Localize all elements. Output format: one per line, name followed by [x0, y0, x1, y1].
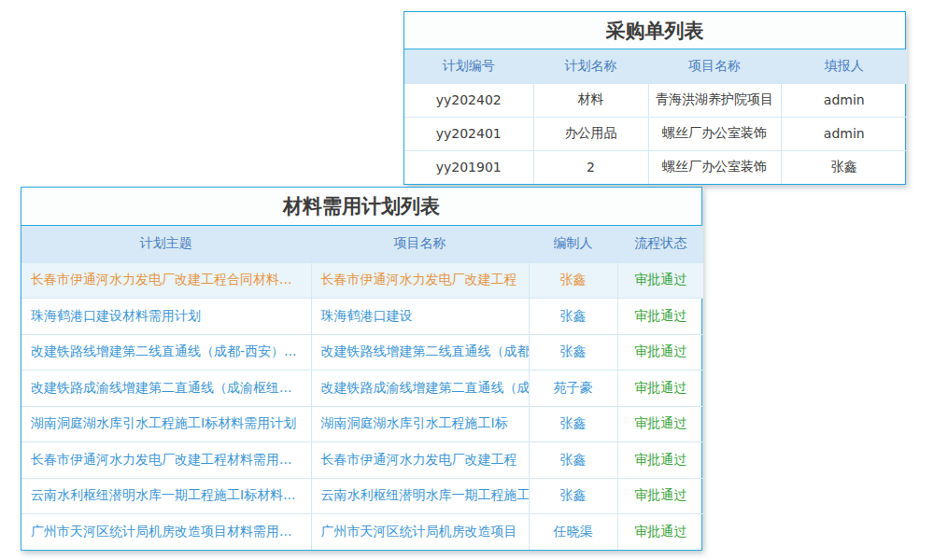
material-table-row[interactable]: 云南水利枢纽潜明水库一期工程施工I标材料...云南水利枢纽潜明水库一期工程施工I…: [21, 478, 703, 514]
compiler-name: 苑子豪: [529, 371, 617, 407]
purchase-table-cell: 张鑫: [781, 150, 907, 184]
status-label: 审批通过: [617, 478, 703, 514]
material-column-header: 流程状态: [617, 226, 703, 262]
project-name-link[interactable]: 湖南洞庭湖水库引水工程施工I标: [311, 406, 529, 442]
project-name-link[interactable]: 珠海鹤港口建设: [311, 299, 529, 335]
purchase-table-row[interactable]: yy202401办公用品螺丝厂办公室装饰admin: [404, 117, 907, 150]
compiler-name: 张鑫: [529, 299, 617, 335]
project-name-link[interactable]: 长春市伊通河水力发电厂改建工程: [311, 442, 529, 479]
compiler-name: 张鑫: [529, 442, 617, 479]
compiler-name: 任晓渠: [529, 514, 617, 551]
purchase-table-cell: yy201901: [404, 150, 533, 184]
compiler-name: 张鑫: [529, 334, 617, 371]
material-column-header: 编制人: [529, 226, 617, 262]
material-header-row: 计划主题项目名称编制人流程状态: [21, 226, 703, 262]
purchase-table-cell: admin: [781, 117, 907, 150]
compiler-name: 张鑫: [529, 478, 617, 514]
material-table-row[interactable]: 广州市天河区统计局机房改造项目材料需用...广州市天河区统计局机房改造项目任晓渠…: [21, 514, 703, 551]
purchase-column-header: 项目名称: [648, 49, 781, 83]
material-column-header: 计划主题: [21, 226, 311, 262]
material-plan-list-panel: 材料需用计划列表 计划主题项目名称编制人流程状态 长春市伊通河水力发电厂改建工程…: [21, 187, 702, 551]
purchase-table-cell: 2: [533, 150, 648, 184]
plan-subject-link[interactable]: 改建铁路成渝线增建第二直通线（成渝枢纽...: [21, 371, 311, 407]
purchase-table-cell: yy202401: [404, 117, 533, 150]
plan-subject-link[interactable]: 云南水利枢纽潜明水库一期工程施工I标材料...: [21, 478, 311, 514]
purchase-table-cell: admin: [781, 83, 907, 117]
material-table-row[interactable]: 长春市伊通河水力发电厂改建工程材料需用...长春市伊通河水力发电厂改建工程张鑫审…: [21, 442, 703, 479]
purchase-table-row[interactable]: yy202402材料青海洪湖养护院项目admin: [404, 83, 907, 117]
plan-subject-link[interactable]: 广州市天河区统计局机房改造项目材料需用...: [21, 514, 311, 551]
purchase-column-header: 计划名称: [533, 49, 648, 83]
material-column-header: 项目名称: [311, 226, 529, 262]
status-label: 审批通过: [617, 442, 703, 479]
material-table-row[interactable]: 改建铁路线增建第二线直通线（成都-西安）...改建铁路线增建第二线直通线（成都-…: [21, 334, 703, 371]
purchase-table-row[interactable]: yy2019012螺丝厂办公室装饰张鑫: [404, 150, 907, 184]
purchase-column-header: 填报人: [781, 49, 907, 83]
purchase-table-cell: 青海洪湖养护院项目: [648, 83, 781, 117]
status-label: 审批通过: [617, 371, 703, 407]
plan-subject-link[interactable]: 湖南洞庭湖水库引水工程施工I标材料需用计划: [21, 406, 311, 442]
purchase-header-row: 计划编号计划名称项目名称填报人: [404, 49, 907, 83]
material-table-body: 长春市伊通河水力发电厂改建工程合同材料...长春市伊通河水力发电厂改建工程张鑫审…: [21, 262, 703, 550]
status-label: 审批通过: [617, 514, 703, 551]
purchase-order-list-panel: 采购单列表 计划编号计划名称项目名称填报人 yy202402材料青海洪湖养护院项…: [403, 11, 906, 185]
purchase-list-title: 采购单列表: [404, 12, 905, 49]
purchase-table-cell: 螺丝厂办公室装饰: [648, 150, 781, 184]
material-plan-table: 计划主题项目名称编制人流程状态 长春市伊通河水力发电厂改建工程合同材料...长春…: [21, 226, 703, 550]
status-label: 审批通过: [617, 406, 703, 442]
plan-subject-link[interactable]: 珠海鹤港口建设材料需用计划: [21, 299, 311, 335]
plan-subject-link[interactable]: 长春市伊通河水力发电厂改建工程合同材料...: [21, 262, 311, 299]
status-label: 审批通过: [617, 299, 703, 335]
purchase-table-body: yy202402材料青海洪湖养护院项目adminyy202401办公用品螺丝厂办…: [404, 83, 907, 184]
purchase-table-cell: 材料: [533, 83, 648, 117]
project-name-link[interactable]: 改建铁路成渝线增建第二直通线（成...: [311, 371, 529, 407]
material-table-row[interactable]: 长春市伊通河水力发电厂改建工程合同材料...长春市伊通河水力发电厂改建工程张鑫审…: [21, 262, 703, 299]
compiler-name: 张鑫: [529, 262, 617, 299]
purchase-table-cell: yy202402: [404, 83, 533, 117]
purchase-table-cell: 办公用品: [533, 117, 648, 150]
status-label: 审批通过: [617, 334, 703, 371]
plan-subject-link[interactable]: 改建铁路线增建第二线直通线（成都-西安）...: [21, 334, 311, 371]
project-name-link[interactable]: 广州市天河区统计局机房改造项目: [311, 514, 529, 551]
status-label: 审批通过: [617, 262, 703, 299]
plan-subject-link[interactable]: 长春市伊通河水力发电厂改建工程材料需用...: [21, 442, 311, 479]
purchase-table-cell: 螺丝厂办公室装饰: [648, 117, 781, 150]
purchase-order-table: 计划编号计划名称项目名称填报人 yy202402材料青海洪湖养护院项目admin…: [404, 49, 907, 184]
purchase-column-header: 计划编号: [404, 49, 533, 83]
material-table-row[interactable]: 改建铁路成渝线增建第二直通线（成渝枢纽...改建铁路成渝线增建第二直通线（成..…: [21, 371, 703, 407]
project-name-link[interactable]: 云南水利枢纽潜明水库一期工程施工I标: [311, 478, 529, 514]
compiler-name: 张鑫: [529, 406, 617, 442]
material-table-row[interactable]: 湖南洞庭湖水库引水工程施工I标材料需用计划湖南洞庭湖水库引水工程施工I标张鑫审批…: [21, 406, 703, 442]
project-name-link[interactable]: 长春市伊通河水力发电厂改建工程: [311, 262, 529, 299]
material-table-row[interactable]: 珠海鹤港口建设材料需用计划珠海鹤港口建设张鑫审批通过: [21, 299, 703, 335]
material-list-title: 材料需用计划列表: [21, 188, 701, 226]
project-name-link[interactable]: 改建铁路线增建第二线直通线（成都-...: [311, 334, 529, 371]
